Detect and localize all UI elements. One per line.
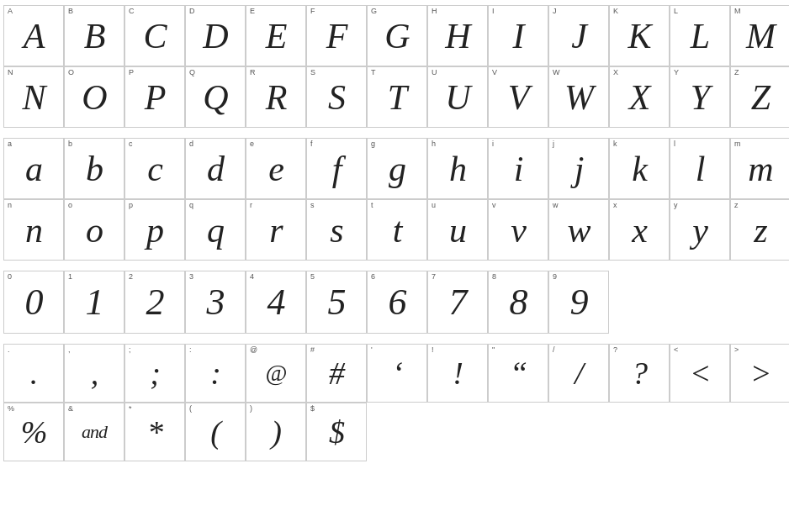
glyph-label: @ bbox=[250, 346, 257, 354]
glyph-cell: 66 bbox=[367, 271, 427, 334]
glyph-character: : bbox=[210, 357, 220, 389]
glyph-cell: 77 bbox=[427, 271, 488, 334]
glyph-cell: AA bbox=[3, 5, 64, 66]
glyph-label: $ bbox=[310, 405, 315, 413]
glyph-label: 6 bbox=[371, 273, 375, 281]
glyph-character: h bbox=[449, 151, 466, 187]
glyph-character: V bbox=[508, 80, 529, 115]
glyph-cell: II bbox=[488, 5, 548, 66]
glyph-character: Z bbox=[751, 80, 770, 115]
glyph-character: z bbox=[754, 213, 766, 248]
glyph-character: 0 bbox=[25, 284, 43, 321]
glyph-character: M bbox=[746, 18, 775, 54]
glyph-label: / bbox=[553, 346, 555, 354]
glyph-character: s bbox=[330, 213, 342, 248]
glyph-cell: hh bbox=[427, 138, 488, 199]
glyph-label: 1 bbox=[68, 273, 72, 281]
glyph-character: 2 bbox=[146, 284, 164, 321]
glyph-label: Z bbox=[734, 69, 739, 76]
glyph-character: b bbox=[86, 151, 103, 187]
glyph-cell: 44 bbox=[246, 271, 306, 334]
lowercase-section: aabbccddeeffgghhiijjkkllmmnnooppqqrrsstt… bbox=[2, 134, 787, 264]
digits-section: 00112233445566778899 bbox=[2, 267, 787, 337]
glyph-character: < bbox=[690, 357, 711, 389]
glyph-label: C bbox=[129, 8, 135, 15]
glyph-character: c bbox=[147, 151, 162, 187]
glyph-label: 2 bbox=[129, 273, 133, 281]
glyph-label: U bbox=[432, 69, 437, 76]
glyph-label: m bbox=[734, 140, 741, 148]
glyph-cell: MM bbox=[730, 5, 789, 66]
glyph-character: > bbox=[750, 357, 771, 389]
glyph-character: i bbox=[514, 151, 523, 187]
glyph-cell: ?? bbox=[609, 344, 670, 403]
glyph-label: l bbox=[674, 140, 675, 148]
glyph-cell: pp bbox=[124, 199, 185, 261]
glyph-character: G bbox=[384, 18, 409, 54]
glyph-label: t bbox=[371, 202, 373, 209]
glyph-character: * bbox=[147, 416, 162, 448]
glyph-character: “ bbox=[510, 357, 527, 389]
glyph-label: ! bbox=[432, 346, 434, 354]
specials-row: %%&and**(())$$ bbox=[3, 403, 786, 461]
glyph-cell: oo bbox=[64, 199, 124, 261]
glyph-cell: LL bbox=[670, 5, 730, 66]
glyph-cell: ** bbox=[124, 403, 185, 461]
glyph-character: y bbox=[692, 213, 707, 248]
glyph-label: r bbox=[250, 202, 252, 209]
glyph-label: y bbox=[674, 202, 678, 209]
glyph-label: R bbox=[250, 69, 256, 76]
glyph-label: ? bbox=[613, 346, 617, 354]
glyph-cell: TT bbox=[367, 66, 427, 128]
glyph-cell: << bbox=[670, 344, 730, 403]
glyph-character: u bbox=[449, 213, 466, 248]
glyph-label: ) bbox=[250, 405, 252, 413]
glyph-character: N bbox=[22, 80, 45, 115]
glyph-cell: FF bbox=[306, 5, 367, 66]
glyph-cell: gg bbox=[367, 138, 427, 199]
lowercase-row: nnooppqqrrssttuuvvwwxxyyzz bbox=[3, 199, 786, 261]
glyph-cell: SS bbox=[306, 66, 367, 128]
glyph-label: F bbox=[310, 8, 315, 15]
glyph-character: m bbox=[748, 151, 772, 187]
specials-section: ..,,;;::@@##'‘!!"“//??<<>>%%&and**(())$$ bbox=[2, 340, 787, 465]
glyph-label: n bbox=[8, 202, 12, 209]
glyph-label: d bbox=[189, 140, 193, 148]
glyph-label: O bbox=[68, 69, 74, 76]
glyph-cell: uu bbox=[427, 199, 488, 261]
glyph-cell: ss bbox=[306, 199, 367, 261]
glyph-label: 7 bbox=[432, 273, 436, 281]
glyph-character: j bbox=[575, 151, 584, 187]
glyph-cell: HH bbox=[427, 5, 488, 66]
glyph-character: S bbox=[328, 80, 345, 115]
glyph-cell: )) bbox=[246, 403, 306, 461]
glyph-cell: bb bbox=[64, 138, 124, 199]
glyph-character: q bbox=[207, 213, 224, 248]
glyph-cell: nn bbox=[3, 199, 64, 261]
glyph-cell: XX bbox=[609, 66, 670, 128]
glyph-character: ; bbox=[150, 357, 160, 389]
glyph-cell: JJ bbox=[548, 5, 609, 66]
glyph-cell: ## bbox=[306, 344, 367, 403]
glyph-cell: mm bbox=[730, 138, 789, 199]
glyph-label: k bbox=[613, 140, 617, 148]
glyph-label: c bbox=[129, 140, 133, 148]
glyph-cell: tt bbox=[367, 199, 427, 261]
glyph-character: and bbox=[82, 423, 107, 441]
glyph-cell: qq bbox=[185, 199, 246, 261]
glyph-cell: !! bbox=[427, 344, 488, 403]
glyph-label: b bbox=[68, 140, 72, 148]
glyph-cell: QQ bbox=[185, 66, 246, 128]
glyph-label: e bbox=[250, 140, 254, 148]
glyph-character: C bbox=[143, 18, 166, 54]
glyph-character: T bbox=[388, 80, 406, 115]
uppercase-row: AABBCCDDEEFFGGHHIIJJKKLLMM bbox=[3, 5, 786, 66]
font-specimen: AABBCCDDEEFFGGHHIIJJKKLLMMNNOOPPQQRRSSTT… bbox=[0, 0, 789, 466]
glyph-label: > bbox=[734, 346, 739, 354]
glyph-cell: DD bbox=[185, 5, 246, 66]
glyph-cell: ee bbox=[246, 138, 306, 199]
glyph-cell: rr bbox=[246, 199, 306, 261]
glyph-cell: 22 bbox=[124, 271, 185, 334]
glyph-cell: 55 bbox=[306, 271, 367, 334]
glyph-character: $ bbox=[329, 416, 344, 448]
